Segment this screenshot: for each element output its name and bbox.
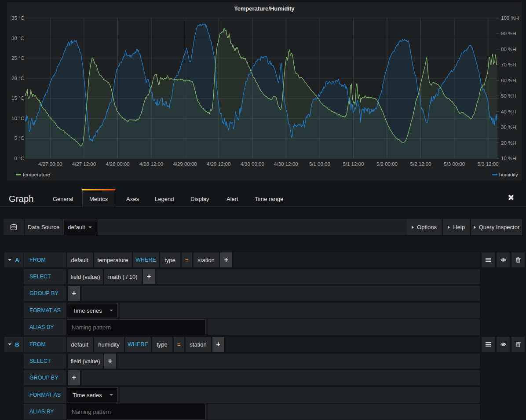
- svg-text:35 °C: 35 °C: [11, 15, 24, 21]
- svg-text:40 %H: 40 %H: [501, 109, 516, 114]
- svg-text:5/1 00:00: 5/1 00:00: [309, 161, 330, 167]
- svg-text:15 °C: 15 °C: [11, 95, 24, 101]
- svg-text:5/2 12:00: 5/2 12:00: [410, 161, 431, 167]
- svg-text:4/28 12:00: 4/28 12:00: [139, 161, 163, 167]
- svg-text:4/27 12:00: 4/27 12:00: [72, 161, 96, 167]
- svg-text:5/3 00:00: 5/3 00:00: [444, 161, 465, 167]
- svg-text:5/2 00:00: 5/2 00:00: [376, 161, 398, 167]
- svg-text:4/30 00:00: 4/30 00:00: [241, 161, 264, 167]
- svg-text:4/28 00:00: 4/28 00:00: [106, 161, 129, 167]
- svg-text:0 °C: 0 °C: [15, 156, 25, 161]
- svg-text:60 %H: 60 %H: [501, 78, 516, 83]
- svg-text:4/29 00:00: 4/29 00:00: [173, 161, 197, 167]
- svg-text:30 °C: 30 °C: [11, 36, 24, 41]
- svg-text:temperature: temperature: [23, 172, 50, 177]
- svg-text:50 %H: 50 %H: [501, 93, 516, 99]
- svg-text:10 %H: 10 %H: [501, 156, 516, 161]
- svg-text:20 °C: 20 °C: [11, 76, 24, 81]
- svg-text:100 %H: 100 %H: [501, 15, 519, 21]
- svg-text:Temperature/Humidity: Temperature/Humidity: [234, 5, 295, 12]
- svg-text:90 %H: 90 %H: [501, 31, 516, 36]
- svg-text:5/1 12:00: 5/1 12:00: [343, 161, 364, 167]
- svg-text:4/30 12:00: 4/30 12:00: [274, 161, 298, 167]
- svg-text:5/3 12:00: 5/3 12:00: [478, 161, 499, 167]
- svg-text:25 °C: 25 °C: [11, 55, 24, 61]
- svg-text:70 %H: 70 %H: [501, 62, 516, 67]
- svg-text:10 °C: 10 °C: [11, 116, 24, 121]
- svg-text:humidity: humidity: [499, 172, 518, 177]
- svg-text:4/29 12:00: 4/29 12:00: [207, 161, 230, 167]
- svg-text:80 %H: 80 %H: [501, 47, 516, 52]
- svg-text:4/27 00:00: 4/27 00:00: [38, 161, 62, 167]
- svg-text:20 %H: 20 %H: [501, 140, 516, 146]
- svg-text:5 °C: 5 °C: [15, 135, 25, 141]
- svg-text:30 %H: 30 %H: [501, 124, 516, 130]
